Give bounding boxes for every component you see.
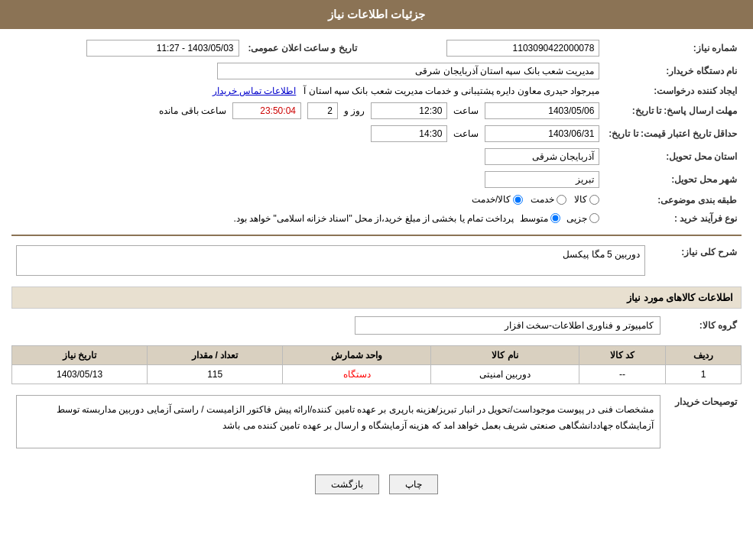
mohlat-date-input: 1403/05/06 bbox=[485, 102, 599, 119]
cell-naam: دوربین امنیتی bbox=[430, 364, 579, 384]
description-box: مشخصات فنی در پیوست موجوداست/تحویل در ان… bbox=[16, 395, 660, 448]
mohlat-saat-label: ساعت bbox=[453, 105, 479, 116]
shomara-value: 1103090422000078 bbox=[372, 37, 604, 60]
cell-kod: -- bbox=[579, 364, 665, 384]
tabaqe-label: طبقه بندی موضوعی: bbox=[604, 191, 742, 210]
mohlat-roz-input: 2 bbox=[307, 102, 338, 119]
ijad-text: میرجواد حیدری معاون دایره پشتیبانی و خدم… bbox=[303, 86, 599, 96]
shrh-label: شرح کلی نیاز: bbox=[650, 242, 742, 279]
tamas-link[interactable]: اطلاعات تماس خریدار bbox=[213, 86, 297, 96]
group-kala-value: کامپیوتر و فناوری اطلاعات-سخت افزار bbox=[11, 313, 665, 338]
hadaqal-group: 1403/06/31 ساعت 14:30 bbox=[16, 125, 599, 142]
description-value: مشخصات فنی در پیوست موجوداست/تحویل در ان… bbox=[11, 392, 665, 459]
shomara-label: شماره نیاز: bbox=[604, 37, 742, 60]
tarikh-label: تاریخ و ساعت اعلان عمومی: bbox=[244, 37, 372, 60]
content-area: شماره نیاز: 1103090422000078 تاریخ و ساع… bbox=[0, 29, 753, 510]
row-group-kala: گروه کالا: کامپیوتر و فناوری اطلاعات-سخت… bbox=[11, 313, 742, 338]
row-mohlat: مهلت ارسال پاسخ: تا تاریخ: 1403/05/06 سا… bbox=[11, 99, 742, 122]
radio-khadam-input[interactable] bbox=[557, 195, 566, 205]
main-container: جزئیات اطلاعات نیاز شماره نیاز: 11030904… bbox=[0, 0, 753, 560]
noe-group: جزیی متوسط پرداخت تمام یا بخشی از مبلغ خ… bbox=[16, 213, 599, 224]
cell-radif: 1 bbox=[666, 364, 742, 384]
button-row: چاپ بازگشت bbox=[11, 467, 742, 502]
row-hadaqal: حداقل تاریخ اعتبار قیمت: تا تاریخ: 1403/… bbox=[11, 122, 742, 145]
radio-motovaset-label: متوسط bbox=[520, 213, 548, 224]
cell-tarikh: 1403/05/13 bbox=[12, 364, 148, 384]
ijad-label: ایجاد کننده درخواست: bbox=[604, 83, 742, 99]
hadaqal-label: حداقل تاریخ اعتبار قیمت: تا تاریخ: bbox=[604, 122, 742, 145]
tarikh-input: 1403/05/03 - 11:27 bbox=[86, 40, 239, 57]
noe-label: نوع فرآیند خرید : bbox=[604, 210, 742, 227]
row-shahr: شهر محل تحویل: تبریز bbox=[11, 168, 742, 191]
ostan-value: آذربایجان شرقی bbox=[11, 145, 604, 168]
goods-table-body: 1 -- دوربین امنیتی دستگاه 115 1403/05/13 bbox=[12, 364, 742, 384]
row-ostan: استان محل تحویل: آذربایجان شرقی bbox=[11, 145, 742, 168]
group-kala-input: کامپیوتر و فناوری اطلاعات-سخت افزار bbox=[355, 316, 660, 335]
shahr-input: تبریز bbox=[485, 171, 599, 188]
shrh-input: دوربین 5 مگا پیکسل bbox=[16, 245, 645, 276]
row-shomara-tarikh: شماره نیاز: 1103090422000078 تاریخ و ساع… bbox=[11, 37, 742, 60]
ostan-label: استان محل تحویل: bbox=[604, 145, 742, 168]
hadaqal-saat-label: ساعت bbox=[453, 128, 479, 139]
namdastgah-input: مدیریت شعب بانک سپه استان آذربایجان شرقی bbox=[217, 63, 599, 79]
col-vahed: واحد شمارش bbox=[283, 345, 431, 364]
radio-jozii-input[interactable] bbox=[589, 213, 599, 223]
mohlat-roz-label: روز و bbox=[344, 105, 365, 116]
namdastgah-label: نام دستگاه خریدار: bbox=[604, 60, 742, 83]
mohlat-group: 1403/05/06 ساعت 12:30 روز و 2 23:50:04 س… bbox=[16, 102, 599, 119]
radio-kala-input[interactable] bbox=[589, 195, 599, 205]
ijad-value: میرجواد حیدری معاون دایره پشتیبانی و خدم… bbox=[11, 83, 604, 99]
hadaqal-value: 1403/06/31 ساعت 14:30 bbox=[11, 122, 604, 145]
shrh-value: دوربین 5 مگا پیکسل bbox=[11, 242, 650, 279]
shahr-label: شهر محل تحویل: bbox=[604, 168, 742, 191]
row-namdastgah: نام دستگاه خریدار: مدیریت شعب بانک سپه ا… bbox=[11, 60, 742, 83]
ostan-input: آذربایجان شرقی bbox=[485, 148, 599, 165]
radio-kala-khadam-input[interactable] bbox=[513, 195, 523, 205]
tabaqe-value: کالا خدمت کالا/خدمت bbox=[11, 191, 604, 210]
cell-vahed: دستگاه bbox=[283, 364, 431, 384]
row-description: توصیحات خریدار مشخصات فنی در پیوست موجود… bbox=[11, 392, 742, 459]
radio-jozii-label: جزیی bbox=[566, 213, 587, 224]
col-tedad: تعداد / مقدار bbox=[148, 345, 283, 364]
shahr-value: تبریز bbox=[11, 168, 604, 191]
noe-value: جزیی متوسط پرداخت تمام یا بخشی از مبلغ خ… bbox=[11, 210, 604, 227]
radio-kala-khadam: کالا/خدمت bbox=[472, 194, 523, 205]
separator-1 bbox=[11, 235, 742, 236]
radio-kala: کالا bbox=[574, 194, 599, 205]
page-title: جزئیات اطلاعات نیاز bbox=[328, 8, 425, 21]
namdastgah-value: مدیریت شعب بانک سپه استان آذربایجان شرقی bbox=[11, 60, 604, 83]
radio-kala-khadam-label: کالا/خدمت bbox=[472, 194, 511, 205]
col-tarikh: تاریخ نیاز bbox=[12, 345, 148, 364]
radio-kala-label: کالا bbox=[574, 194, 587, 205]
goods-header-row: ردیف کد کالا نام کالا واحد شمارش تعداد /… bbox=[12, 345, 742, 364]
row-tabaqe: طبقه بندی موضوعی: کالا خدمت bbox=[11, 191, 742, 210]
radio-khadam-label: خدمت bbox=[531, 194, 554, 205]
mohlat-label: مهلت ارسال پاسخ: تا تاریخ: bbox=[604, 99, 742, 122]
chap-button[interactable]: چاپ bbox=[389, 474, 438, 494]
shomara-input: 1103090422000078 bbox=[446, 40, 599, 57]
goods-table-head: ردیف کد کالا نام کالا واحد شمارش تعداد /… bbox=[12, 345, 742, 364]
row-ijad: ایجاد کننده درخواست: میرجواد حیدری معاون… bbox=[11, 83, 742, 99]
mohlat-remaining-label: ساعت باقی مانده bbox=[159, 105, 226, 116]
radio-motovaset-input[interactable] bbox=[550, 213, 560, 223]
radio-motovaset: متوسط bbox=[520, 213, 560, 224]
col-radif: ردیف bbox=[666, 345, 742, 364]
hadaqal-date-input: 1403/06/31 bbox=[485, 125, 599, 142]
col-naam: نام کالا bbox=[430, 345, 579, 364]
col-kod: کد کالا bbox=[579, 345, 665, 364]
goods-table: ردیف کد کالا نام کالا واحد شمارش تعداد /… bbox=[11, 345, 742, 384]
row-noe: نوع فرآیند خرید : جزیی متوسط پرداخت تمام… bbox=[11, 210, 742, 227]
mohlat-value: 1403/05/06 ساعت 12:30 روز و 2 23:50:04 س… bbox=[11, 99, 604, 122]
description-table: توصیحات خریدار مشخصات فنی در پیوست موجود… bbox=[11, 392, 742, 459]
tarikh-value: 1403/05/03 - 11:27 bbox=[11, 37, 244, 60]
mohlat-remaining-input: 23:50:04 bbox=[232, 102, 301, 119]
kala-section-header: اطلاعات کالاهای مورد نیاز bbox=[11, 286, 742, 309]
hadaqal-saat-input: 14:30 bbox=[371, 125, 447, 142]
group-kala-table: گروه کالا: کامپیوتر و فناوری اطلاعات-سخت… bbox=[11, 313, 742, 338]
bazgasht-button[interactable]: بازگشت bbox=[315, 474, 379, 494]
radio-khadam: خدمت bbox=[531, 194, 566, 205]
tabaqe-radio-group: کالا خدمت کالا/خدمت bbox=[472, 194, 599, 205]
noe-description: پرداخت تمام یا بخشی از مبلغ خرید،از محل … bbox=[233, 213, 514, 224]
page-header: جزئیات اطلاعات نیاز bbox=[0, 0, 753, 29]
row-shrh: شرح کلی نیاز: دوربین 5 مگا پیکسل bbox=[11, 242, 742, 279]
